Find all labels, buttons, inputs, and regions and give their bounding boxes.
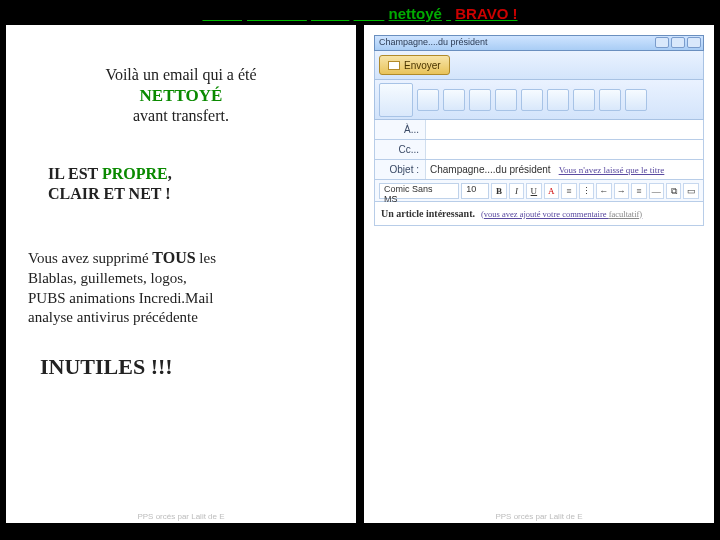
attach-button[interactable] [547, 89, 569, 111]
annotation-comment-a: (vous avez ajouté votre commentaire [481, 209, 609, 219]
sup-l2: Blablas, guillemets, logos, [28, 270, 187, 286]
panel-left: Voilà un email qui a été NETTOYÉ avant t… [6, 25, 356, 523]
align-left-button[interactable]: ≡ [631, 183, 646, 199]
paste-button[interactable] [379, 83, 413, 117]
indent-button[interactable]: → [614, 183, 629, 199]
underline-button[interactable]: U [526, 183, 541, 199]
format-toolbar: Comic Sans MS 10 B I U A ≡ ⋮ ← → ≡ — ⧉ ▭ [374, 180, 704, 202]
bold-button[interactable]: B [491, 183, 506, 199]
undo-button[interactable] [469, 89, 491, 111]
envelope-icon [388, 61, 400, 70]
slide-title: Exemple N° 3 : email bien nettoyé : BRAV… [0, 0, 720, 25]
title-part1: Exemple N° 3 : [202, 5, 306, 22]
sup-l4: analyse antivirus précédente [28, 309, 198, 325]
intro-nettoye: NETTOYÉ [140, 86, 223, 105]
panel-right: Champagne....du président Envoyer [364, 25, 714, 523]
annotation-comment: (vous avez ajouté votre commentaire facu… [481, 209, 642, 219]
intro-line3: avant transfert. [133, 107, 229, 124]
panels-container: Voilà un email qui a été NETTOYÉ avant t… [0, 25, 720, 529]
italic-button[interactable]: I [509, 183, 524, 199]
footer-right: PPS orcés par Lalit de E [364, 512, 714, 521]
priority-button[interactable] [573, 89, 595, 111]
send-row: Envoyer [374, 51, 704, 80]
font-size-select[interactable]: 10 [461, 183, 489, 199]
propre-l2: CLAIR ET NET ! [48, 185, 171, 202]
window-title: Champagne....du président [379, 37, 488, 47]
annotation-comment-b: facultatif) [609, 209, 643, 219]
window-titlebar: Champagne....du président [374, 35, 704, 51]
email-app: Champagne....du président Envoyer [374, 35, 704, 226]
cc-field-row: Cc... [374, 140, 704, 160]
subject-field-row: Objet : Champagne....du président Vous n… [374, 160, 704, 180]
sup-l1a: Vous avez supprimé [28, 250, 152, 266]
cut-button[interactable] [417, 89, 439, 111]
check-button[interactable] [495, 89, 517, 111]
cc-label[interactable]: Cc... [375, 144, 425, 155]
numbering-button[interactable]: ⋮ [579, 183, 594, 199]
title-part4: nettoyé [389, 5, 442, 22]
intro-block: Voilà un email qui a été NETTOYÉ avant t… [16, 65, 346, 126]
sup-l3: PUBS animations Incredi.Mail [28, 290, 213, 306]
maximize-button[interactable] [671, 37, 685, 48]
to-input[interactable] [425, 120, 703, 139]
propre-l1a: IL EST [48, 165, 102, 182]
font-color-button[interactable]: A [544, 183, 559, 199]
to-label[interactable]: À... [375, 124, 425, 135]
sup-l1b: les [196, 250, 216, 266]
supprime-block: Vous avez supprimé TOUS les Blablas, gui… [28, 248, 346, 327]
encrypt-button[interactable] [625, 89, 647, 111]
inutiles-block: INUTILES !!! [40, 354, 346, 380]
spelling-button[interactable] [521, 89, 543, 111]
subject-label: Objet : [375, 164, 425, 175]
insert-line-button[interactable]: — [649, 183, 664, 199]
send-button-label: Envoyer [404, 60, 441, 71]
propre-block: IL EST PROPRE, CLAIR ET NET ! [48, 164, 346, 204]
compose-body[interactable]: Un article intéressant. (vous avez ajout… [374, 202, 704, 226]
title-part5: : [446, 5, 451, 22]
cc-input[interactable] [425, 140, 703, 159]
send-button[interactable]: Envoyer [379, 55, 450, 75]
annotation-title: Vous n'avez laissé que le titre [559, 165, 665, 175]
bullets-button[interactable]: ≡ [561, 183, 576, 199]
insert-link-button[interactable]: ⧉ [666, 183, 681, 199]
footer-left: PPS orcés par Lalit de E [6, 512, 356, 521]
minimize-button[interactable] [655, 37, 669, 48]
sign-button[interactable] [599, 89, 621, 111]
ribbon-toolbar [374, 80, 704, 120]
subject-input[interactable]: Champagne....du président Vous n'avez la… [425, 160, 703, 179]
intro-line1: Voilà un email qui a été [105, 66, 256, 83]
copy-button[interactable] [443, 89, 465, 111]
window-controls [655, 37, 701, 48]
title-part2: email [311, 5, 349, 22]
font-name-select[interactable]: Comic Sans MS [379, 183, 459, 199]
subject-value: Champagne....du président [430, 164, 551, 175]
outdent-button[interactable]: ← [596, 183, 611, 199]
to-field-row: À... [374, 120, 704, 140]
title-part3: bien [354, 5, 385, 22]
propre-word: PROPRE [102, 165, 168, 182]
propre-comma: , [168, 165, 172, 182]
sup-tous: TOUS [152, 249, 195, 266]
close-button[interactable] [687, 37, 701, 48]
inutiles-text: INUTILES !!! [40, 354, 173, 379]
insert-image-button[interactable]: ▭ [683, 183, 698, 199]
compose-text: Un article intéressant. [381, 208, 475, 219]
title-part6: BRAVO ! [455, 5, 517, 22]
